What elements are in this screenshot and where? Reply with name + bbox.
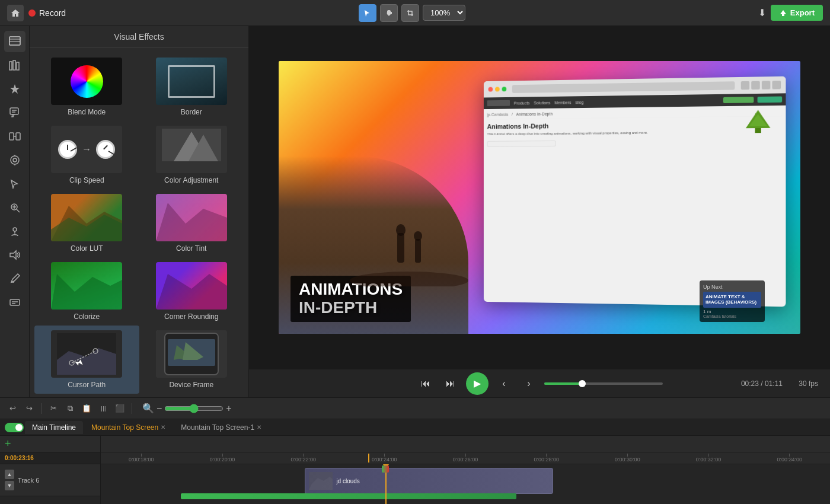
svg-marker-37 — [156, 274, 227, 310]
sidebar-item-cursor[interactable] — [4, 173, 25, 194]
add-track-button[interactable]: + — [5, 438, 11, 450]
browser-logo-area — [487, 100, 510, 106]
corner-landscape-icon — [156, 262, 227, 310]
sidebar-item-audio[interactable] — [4, 221, 25, 242]
play-button[interactable]: ▶ — [466, 372, 489, 395]
effect-device-frame[interactable]: Device Frame — [139, 326, 244, 394]
track-clip-clouds[interactable]: jd clouds — [305, 468, 553, 494]
sidebar-item-media[interactable] — [4, 31, 25, 52]
track-6-down-button[interactable]: ▼ — [5, 481, 14, 490]
export-button[interactable]: Export — [771, 5, 823, 21]
progress-thumb — [579, 380, 586, 387]
svg-marker-36 — [51, 274, 122, 310]
crop-tool-button[interactable] — [401, 4, 419, 22]
device-frame-icon — [156, 330, 227, 378]
ruler-mark-4: 0:00:26:00 — [425, 454, 506, 462]
rewind-button[interactable]: ⏮ — [416, 374, 435, 393]
effect-label-blend-mode: Blend Mode — [68, 108, 106, 116]
colorize-thumbnail — [51, 262, 122, 310]
browser-main-heading: Animations In-Depth — [487, 120, 783, 130]
prev-frame-button[interactable]: ‹ — [494, 374, 513, 393]
record-button[interactable]: Record — [28, 8, 66, 18]
tracks-content-area: jd clouds — [101, 464, 830, 504]
effect-clip-speed[interactable]: → Clip Speed — [34, 121, 139, 189]
zoom-minus[interactable]: − — [157, 403, 162, 414]
sidebar-item-transitions[interactable] — [4, 126, 25, 147]
progress-fill — [544, 382, 582, 385]
effect-color-tint[interactable]: Color Tint — [139, 189, 244, 257]
browser-nav-solutions: Solutions — [534, 100, 550, 104]
download-icon[interactable]: ⬇ — [758, 7, 766, 18]
effect-thumb-color-lut — [51, 194, 122, 241]
svg-rect-3 — [9, 62, 12, 70]
zoom-search-icon: 🔍 — [142, 403, 154, 414]
effect-cursor-path[interactable]: Cursor Path — [34, 326, 139, 394]
browser-nav-products: Products — [514, 101, 530, 105]
sidebar-item-behaviors[interactable] — [4, 149, 25, 171]
timeline-zoom: 🔍 − + — [142, 403, 232, 414]
color-adj-thumbnail — [156, 126, 227, 173]
sidebar-item-annotations[interactable] — [4, 102, 25, 123]
timeline-lower: Main Timeline Mountain Top Screen ✕ Moun… — [0, 419, 830, 504]
timeline-tab-main[interactable]: Main Timeline — [25, 421, 83, 434]
timeline-toolbar: ↩ ↪ ✂ ⧉ 📋 ⫼ ⬛ 🔍 − + — [0, 398, 830, 419]
sidebar-item-volume[interactable] — [4, 244, 25, 266]
undo-button[interactable]: ↩ — [6, 402, 19, 415]
svg-marker-35 — [156, 203, 227, 241]
sidebar-item-pen[interactable] — [4, 268, 25, 289]
timeline-top-spacer — [101, 436, 830, 452]
zoom-plus[interactable]: + — [226, 403, 231, 414]
effect-corner-rounding[interactable]: Corner Rounding — [139, 257, 244, 326]
redo-button[interactable]: ↪ — [23, 402, 36, 415]
svg-rect-7 — [10, 108, 18, 114]
up-next-source: Camtasia tutorials — [703, 314, 761, 318]
svg-point-14 — [13, 158, 17, 162]
browser-close-dot — [489, 87, 493, 92]
zoom-selector[interactable]: 100% 75% 50% 150% — [423, 5, 465, 21]
effect-border[interactable]: Border — [139, 53, 244, 121]
timeline-tab-mountain-label: Mountain Top Screen — [91, 423, 158, 432]
effect-colorize[interactable]: Colorize — [34, 257, 139, 326]
sidebar-item-library[interactable] — [4, 55, 25, 76]
svg-marker-6 — [10, 84, 20, 94]
timeline-tab-mountain-1[interactable]: Mountain Top Screen-1 ✕ — [174, 421, 269, 434]
svg-rect-4 — [13, 60, 15, 70]
browser-icon-3 — [762, 81, 771, 90]
zoom-slider[interactable] — [164, 404, 224, 413]
browser-main-text: This tutorial offers a deep dive into cr… — [487, 129, 783, 137]
paste-button[interactable]: 📋 — [80, 402, 93, 415]
effect-blend-mode[interactable]: Blend Mode — [34, 53, 139, 121]
svg-rect-54 — [415, 239, 421, 263]
fps-display: 30 fps — [799, 379, 818, 388]
track-labels-column: + 0:00:23:16 ▲ ▼ Track 6 — [0, 436, 101, 504]
split-button[interactable]: ⫼ — [97, 402, 110, 415]
browser-cta-2 — [758, 97, 783, 103]
browser-search-area — [487, 139, 783, 147]
timeline-toggle[interactable] — [5, 423, 24, 432]
clip-clouds-label: jd clouds — [336, 478, 359, 484]
timeline-tab-mountain1-close[interactable]: ✕ — [257, 424, 261, 430]
timeline-tab-mountain[interactable]: Mountain Top Screen ✕ — [84, 421, 173, 434]
next-frame-button[interactable]: › — [519, 374, 538, 393]
toolbar-divider-1 — [41, 403, 42, 414]
select-tool-button[interactable] — [359, 4, 376, 22]
sidebar-item-captions[interactable] — [4, 292, 25, 313]
copy-button[interactable]: ⧉ — [63, 402, 76, 415]
sidebar-item-zoom[interactable] — [4, 197, 25, 218]
green-logo-svg — [743, 107, 774, 137]
pan-tool-button[interactable] — [380, 4, 398, 22]
effect-thumb-clip-speed: → — [51, 126, 122, 173]
step-back-button[interactable]: ⏭ — [441, 374, 460, 393]
cut-button[interactable]: ✂ — [47, 402, 60, 415]
progress-bar[interactable] — [544, 382, 663, 385]
timeline-tab-mountain-close[interactable]: ✕ — [161, 424, 165, 430]
effect-color-lut[interactable]: Color LUT — [34, 189, 139, 257]
svg-point-55 — [414, 231, 422, 241]
animations-subtitle-text: IN-DEPTH — [299, 299, 403, 317]
timeline-tab-main-label: Main Timeline — [32, 423, 76, 432]
track-6-up-button[interactable]: ▲ — [5, 470, 14, 479]
home-button[interactable] — [7, 5, 24, 21]
screen-record-button[interactable]: ⬛ — [113, 402, 126, 415]
effect-color-adjustment[interactable]: Color Adjustment — [139, 121, 244, 189]
sidebar-item-favorites[interactable] — [4, 78, 25, 100]
